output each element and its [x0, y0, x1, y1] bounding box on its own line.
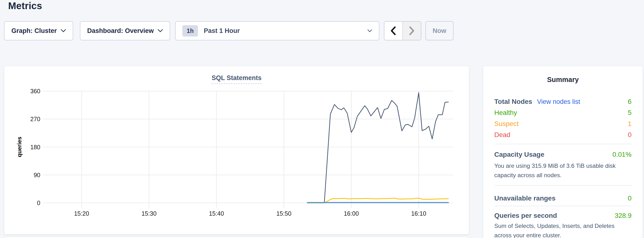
suspect-nodes-row: Suspect 1	[494, 118, 632, 129]
healthy-value: 5	[628, 109, 632, 116]
unavailable-ranges-row: Unavailable ranges 0	[494, 193, 632, 204]
view-nodes-list-link[interactable]: View nodes list	[537, 98, 580, 105]
capacity-usage-description: You are using 315.9 MiB of 3.6 TiB usabl…	[494, 161, 632, 180]
svg-text:180: 180	[30, 144, 40, 151]
graph-dropdown-label: Graph: Cluster	[11, 27, 57, 35]
graph-dropdown[interactable]: Graph: Cluster	[4, 21, 73, 40]
dead-label: Dead	[494, 131, 510, 139]
queries-per-second-label: Queries per second	[494, 212, 557, 219]
svg-text:queries: queries	[16, 137, 22, 157]
sql-statements-chart[interactable]: 09018027036015:2015:3015:4015:5016:0016:…	[4, 66, 469, 235]
svg-text:16:10: 16:10	[411, 210, 426, 217]
svg-text:360: 360	[30, 88, 40, 94]
svg-text:15:40: 15:40	[209, 210, 224, 217]
svg-text:15:50: 15:50	[276, 210, 292, 217]
next-chart-card	[4, 237, 469, 238]
capacity-usage-row: Capacity Usage 0.01%	[494, 149, 632, 160]
dead-value: 0	[628, 131, 632, 139]
time-step-button-group	[384, 21, 421, 40]
dead-nodes-row: Dead 0	[494, 129, 632, 140]
dashboard-dropdown-label: Dashboard: Overview	[87, 27, 154, 35]
total-nodes-value: 6	[628, 98, 632, 105]
capacity-usage-value: 0.01%	[612, 151, 632, 158]
dashboard-dropdown[interactable]: Dashboard: Overview	[80, 21, 170, 40]
chevron-down-icon	[158, 29, 163, 33]
divider	[494, 144, 632, 144]
queries-per-second-description: Sum of Selects, Updates, Inserts, and De…	[494, 221, 632, 238]
svg-text:0: 0	[37, 199, 40, 206]
previous-time-button[interactable]	[384, 22, 402, 40]
total-nodes-label: Total Nodes	[494, 98, 532, 105]
unavailable-ranges-value: 0	[628, 194, 632, 202]
sql-statements-chart-card: SQL Statements 09018027036015:2015:3015:…	[4, 66, 469, 234]
healthy-nodes-row: Healthy 5	[494, 107, 632, 118]
chevron-right-icon	[408, 26, 415, 36]
svg-text:90: 90	[34, 172, 40, 178]
svg-text:270: 270	[30, 116, 40, 122]
svg-text:15:30: 15:30	[142, 210, 157, 217]
divider	[494, 206, 632, 206]
next-time-button[interactable]	[402, 22, 421, 40]
suspect-label: Suspect	[494, 120, 518, 128]
unavailable-ranges-label: Unavailable ranges	[494, 194, 556, 202]
queries-per-second-row: Queries per second 328.9	[494, 210, 632, 221]
healthy-label: Healthy	[494, 109, 517, 116]
now-button[interactable]: Now	[426, 21, 454, 40]
svg-text:16:00: 16:00	[344, 210, 359, 217]
chevron-down-icon	[61, 29, 66, 33]
page-title: Metrics	[8, 1, 42, 11]
suspect-value: 1	[628, 120, 632, 128]
chevron-down-icon	[367, 29, 372, 33]
summary-panel: Summary Total Nodes View nodes list 6 He…	[483, 66, 643, 238]
total-nodes-row: Total Nodes View nodes list 6	[494, 96, 632, 107]
time-range-label: Past 1 Hour	[204, 27, 367, 35]
chevron-left-icon	[390, 26, 396, 36]
time-range-selector[interactable]: 1h Past 1 Hour	[175, 21, 379, 40]
capacity-usage-label: Capacity Usage	[494, 151, 544, 158]
metrics-page: { "page": { "title": "Metrics", "backgro…	[0, 0, 644, 238]
summary-heading: Summary	[494, 76, 632, 84]
time-range-badge: 1h	[182, 25, 198, 37]
divider	[494, 185, 632, 186]
queries-per-second-value: 328.9	[615, 212, 632, 219]
svg-text:15:20: 15:20	[74, 210, 89, 217]
node-status-rows: Total Nodes View nodes list 6 Healthy 5 …	[494, 96, 632, 140]
